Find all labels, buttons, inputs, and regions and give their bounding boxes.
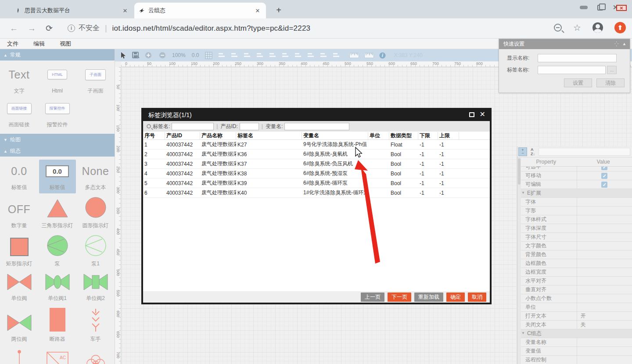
browser-update-icon[interactable]: ⬆ [614, 22, 626, 33]
palette-item-逆变器[interactable]: ACDC逆变器 [39, 346, 76, 364]
window-close-button[interactable]: ✕ ✕ [613, 4, 626, 11]
property-value[interactable] [577, 259, 632, 268]
property-value[interactable] [577, 285, 632, 294]
browser-zoom-icon[interactable] [554, 24, 562, 32]
zoom-fit-icon[interactable] [231, 52, 238, 58]
property-row-字体样式[interactable]: 字体样式 [521, 215, 632, 224]
tag-picker-button[interactable]: ... [607, 66, 617, 74]
palette-item-单位阀2[interactable]: 单位阀2 [77, 271, 114, 304]
property-row-关闭文本[interactable]: 关闭文本关 [521, 321, 632, 329]
property-row-可移动[interactable]: 可移动✓ [521, 171, 632, 180]
reload-icon[interactable]: ⟳ [46, 23, 53, 33]
variable-name-input[interactable] [284, 123, 349, 130]
table-row[interactable]: 2400037442废气处理数据采K366#除臭系统-臭氧机Bool-1-1 [143, 150, 490, 159]
property-row-字体尺寸[interactable]: 字体尺寸 [521, 233, 632, 242]
property-value[interactable] [577, 268, 632, 276]
column-header[interactable]: 单位 [368, 132, 389, 139]
grid-toggle-icon[interactable] [205, 52, 212, 59]
palette-item-泵[interactable]: 泵 [39, 232, 76, 270]
tab-dataplatform[interactable]: 思普云大数据平台 ✕ [11, 3, 133, 18]
forward-icon[interactable]: → [28, 24, 36, 33]
property-row-单位[interactable]: 单位 [521, 303, 632, 312]
tag-name-input[interactable] [172, 123, 214, 130]
menu-item-1[interactable]: 编辑 [33, 40, 45, 48]
tab-close-icon[interactable]: ✕ [254, 7, 262, 14]
palette-item-圆形指示灯[interactable]: 圆形指示灯 [77, 194, 114, 232]
palette-item-断路器[interactable]: 断路器 [39, 305, 76, 345]
palette-item-多态文本[interactable]: None多态文本 [77, 160, 114, 193]
tab-close-icon[interactable]: ✕ [121, 7, 129, 14]
property-row-小数点个数[interactable]: 小数点个数 [521, 294, 632, 303]
property-value[interactable]: ✓ [577, 180, 632, 189]
checkbox-checked-icon[interactable]: ✓ [601, 182, 607, 188]
property-value[interactable]: ✓ [577, 171, 632, 180]
column-header[interactable]: 下限 [418, 132, 438, 139]
sort-az-icon[interactable]: AZ↓ [528, 147, 537, 156]
zoom-out-icon[interactable] [159, 52, 166, 59]
select-cursor-icon[interactable] [120, 52, 127, 59]
align-left-icon[interactable] [244, 52, 251, 58]
property-row-垂直对齐[interactable]: 垂直对齐 [521, 285, 632, 294]
save-icon[interactable] [132, 52, 140, 59]
column-header[interactable]: 变量名 [302, 132, 368, 139]
property-value[interactable] [577, 207, 632, 215]
collapse-icon[interactable]: ▲ [622, 39, 626, 49]
property-value[interactable] [577, 198, 632, 206]
property-value[interactable] [577, 303, 632, 311]
property-value[interactable] [577, 347, 632, 355]
tag-name-input[interactable] [538, 66, 606, 74]
checkbox-checked-icon[interactable]: ✓ [601, 173, 607, 179]
palette-item-泵1[interactable]: 泵1 [77, 232, 114, 270]
palette-item-数字量[interactable]: OFF数字量 [1, 194, 38, 232]
palette-item-标签值[interactable]: 0.0标签值 [39, 160, 76, 193]
dialog-button-上一页[interactable]: 上一页 [361, 293, 384, 302]
property-value[interactable] [577, 233, 632, 241]
property-value[interactable]: 关 [577, 321, 632, 329]
property-value[interactable] [577, 294, 632, 303]
value-col-header[interactable]: Value [575, 157, 632, 166]
table-row[interactable]: 5400037442废气处理数据采K396#除臭系统-循环泵Bool-1-1 [143, 178, 490, 188]
property-row-文字颜色[interactable]: 文字颜色 [521, 242, 632, 250]
table-row[interactable]: 6400037442废气处理数据采K401#化学洗涤除臭系统-循环泵Bool-1… [143, 188, 490, 198]
property-row-背景颜色[interactable]: 背景颜色 [521, 250, 632, 259]
property-row-字形[interactable]: 字形 [521, 207, 632, 215]
property-row-远程控制[interactable]: 远程控制 [521, 356, 632, 364]
property-value[interactable] [577, 250, 632, 259]
property-row-边框宽度[interactable]: 边框宽度 [521, 268, 632, 277]
section-header-scada[interactable]: ▲组态 [0, 145, 115, 157]
column-header[interactable]: 数据类型 [389, 132, 418, 139]
table-row[interactable]: 1400037442废气处理数据采K279号化学洗涤除臭系统-Ph值Float-… [143, 140, 490, 150]
menu-item-2[interactable]: 视图 [60, 40, 71, 48]
property-value[interactable] [577, 277, 632, 285]
property-row-打开文本[interactable]: 打开文本开 [521, 312, 632, 321]
column-header[interactable]: 标签名 [236, 132, 302, 139]
palette-item-单位阀1[interactable]: 单位阀1 [39, 271, 76, 304]
back-icon[interactable]: ← [10, 24, 18, 33]
info-icon[interactable]: i [379, 52, 386, 59]
property-value[interactable]: 开 [577, 312, 632, 320]
palette-item-RT[interactable]: RT [77, 346, 114, 364]
palette-item-Html[interactable]: HTMLHtml [39, 63, 76, 97]
property-row-字体[interactable]: 字体 [521, 198, 632, 207]
property-scrollbar[interactable] [517, 157, 521, 364]
window-minimize-button[interactable] [580, 6, 588, 9]
property-value[interactable] [577, 338, 632, 346]
column-header[interactable]: 序号 [143, 132, 165, 139]
product-id-input[interactable] [240, 123, 259, 130]
property-row-字体深度[interactable]: 字体深度 [521, 224, 632, 233]
palette-item-两位阀[interactable]: 两位阀 [1, 305, 38, 345]
palette-item-子画面[interactable]: 子画面子画面 [77, 63, 114, 97]
magnet-icon[interactable] [218, 52, 225, 58]
property-value[interactable] [577, 215, 632, 224]
property-row-水平对齐[interactable]: 水平对齐 [521, 277, 632, 285]
table-row[interactable]: 4400037442废气处理数据采K386#除臭系统-预湿泵Bool-1-1 [143, 169, 490, 178]
set-button[interactable]: 设置 [564, 79, 592, 87]
column-header[interactable]: 上限 [438, 132, 459, 139]
dialog-close-icon[interactable]: ✕ [480, 111, 485, 118]
property-row-变量值[interactable]: 变量值 [521, 347, 632, 356]
dialog-button-取消[interactable]: 取消 [468, 293, 486, 302]
dialog-titlebar[interactable]: 标签浏览器(1/1) ✕ [143, 110, 490, 121]
page-info-icon[interactable]: i [68, 25, 75, 32]
dialog-button-确定[interactable]: 确定 [446, 293, 465, 302]
new-tab-button[interactable]: + [273, 4, 284, 16]
